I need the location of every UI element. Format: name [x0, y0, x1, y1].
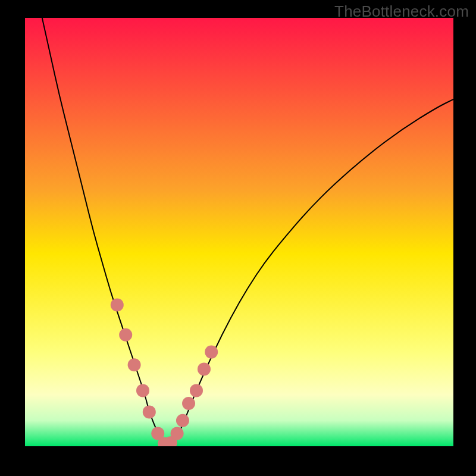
chart-frame: TheBottleneck.com — [0, 0, 476, 476]
gradient-background — [25, 18, 453, 446]
watermark-text: TheBottleneck.com — [334, 2, 469, 21]
highlight-dot — [143, 405, 156, 418]
highlight-dot — [111, 298, 124, 311]
highlight-dot — [128, 358, 141, 371]
highlight-dot — [190, 384, 203, 397]
highlight-dot — [182, 397, 195, 410]
highlight-dot — [171, 427, 184, 440]
highlight-dot — [205, 346, 218, 359]
highlight-dot — [176, 414, 189, 427]
plot-area — [25, 18, 453, 446]
highlight-dot — [198, 362, 211, 375]
highlight-dot — [119, 328, 132, 342]
chart-svg — [25, 18, 453, 446]
highlight-dot — [136, 384, 149, 397]
